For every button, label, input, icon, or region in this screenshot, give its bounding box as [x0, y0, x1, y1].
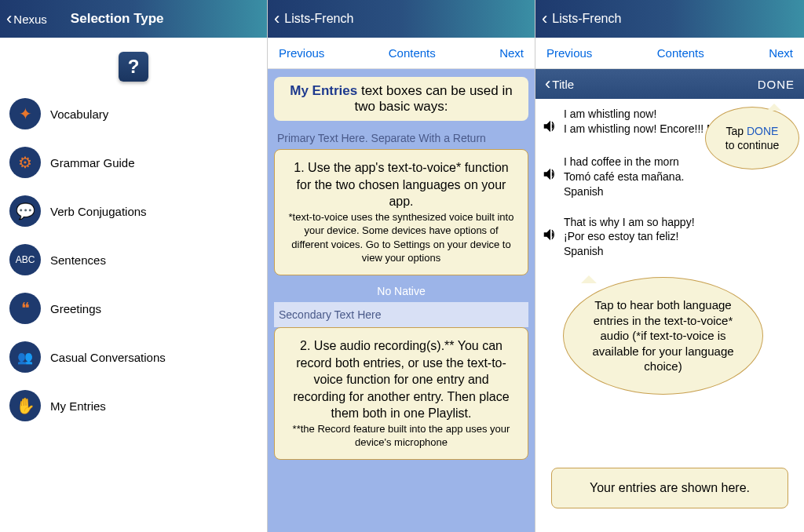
menu-label: Vocabulary [50, 107, 108, 121]
info-header-bold: My Entries [290, 83, 357, 98]
chevron-left-icon: ‹ [274, 10, 280, 27]
back-label: Lists-French [552, 12, 621, 26]
menu-label: My Entries [50, 399, 106, 413]
callout-text: Tap to hear both language entries in the… [583, 297, 744, 374]
people-icon: 👥 [9, 341, 41, 373]
chevron-left-icon: ‹ [545, 75, 550, 93]
info-header-text: text boxes can be used in two basic ways… [354, 83, 512, 114]
abc-icon: ABC [9, 244, 41, 275]
help-row: ? [0, 38, 267, 89]
card2-main: 2. Use audio recording(s).** You can rec… [286, 337, 517, 422]
entry-row: That is why I am so happy! ¡Por eso esto… [535, 207, 804, 268]
entry-line: Spanish [564, 244, 795, 259]
menu-label: Casual Conversations [50, 351, 166, 364]
header: ‹ Lists-French [268, 0, 535, 38]
quotes-icon: ❝ [9, 293, 41, 324]
entry-text: That is why I am so happy! ¡Por eso esto… [564, 215, 795, 260]
title-back-button[interactable]: ‹ Title [545, 75, 574, 93]
callout-done: Tap DONE to continue [705, 107, 799, 169]
speaker-icon[interactable] [542, 166, 564, 187]
speaker-icon[interactable] [542, 118, 564, 139]
nav-previous[interactable]: Previous [546, 46, 592, 60]
chevron-left-icon: ‹ [542, 10, 547, 27]
help-icon[interactable]: ? [119, 52, 148, 82]
info-card-1: 1. Use the app's text-to-voice* function… [274, 149, 528, 275]
title-label: Title [552, 78, 574, 91]
hand-icon: ✋ [9, 390, 41, 421]
back-label: Lists-French [284, 12, 353, 26]
callout-done-word: DONE [747, 125, 778, 137]
callout-hear: Tap to hear both language entries in the… [563, 277, 763, 395]
info-card-2: 2. Use audio recording(s).** You can rec… [274, 327, 528, 460]
back-button[interactable]: ‹ Lists-French [274, 10, 353, 27]
menu-label: Verb Conjugations [50, 205, 147, 218]
speaker-icon[interactable] [542, 226, 564, 247]
card1-main: 1. Use the app's text-to-voice* function… [286, 159, 517, 210]
menu-list: ✦ Vocabulary ⚙ Grammar Guide 💬 Verb Conj… [0, 89, 267, 430]
header: ‹ Nexus Selection Type [0, 0, 267, 38]
header: ‹ Lists-French [535, 0, 804, 38]
no-native-label: No Native [274, 280, 528, 302]
callout-text: to continue [725, 139, 780, 151]
back-button[interactable]: ‹ Lists-French [542, 10, 621, 27]
entry-line: Tomó café esta mañana. [564, 169, 795, 184]
nav-contents[interactable]: Contents [657, 46, 704, 60]
entry-line: Spanish [564, 184, 795, 199]
menu-item-sentences[interactable]: ABC Sentences [0, 235, 267, 284]
chat-icon: 💬 [9, 195, 41, 227]
menu-item-vocabulary[interactable]: ✦ Vocabulary [0, 89, 267, 138]
card2-small: **the Record feature built into the app … [286, 422, 517, 450]
nav-contents[interactable]: Contents [389, 46, 436, 60]
content-area: My Entries text boxes can be used in two… [268, 69, 535, 532]
back-label: Nexus [13, 13, 47, 26]
callout-text: Tap [726, 125, 747, 137]
nav-previous[interactable]: Previous [279, 46, 324, 60]
callout-text: Your entries are shown here. [590, 481, 750, 494]
secondary-placeholder: Secondary Text Here [274, 302, 528, 327]
menu-item-verbs[interactable]: 💬 Verb Conjugations [0, 187, 267, 235]
screen-selection-type: ‹ Nexus Selection Type ? ✦ Vocabulary ⚙ … [0, 0, 268, 532]
entry-line: That is why I am so happy! [564, 215, 795, 230]
primary-placeholder: Primary Text Here. Separate With a Retur… [274, 127, 528, 149]
menu-label: Sentences [50, 253, 106, 267]
subnav: Previous Contents Next [268, 38, 535, 69]
done-button[interactable]: DONE [758, 78, 795, 91]
entry-line: ¡Por eso estoy tan feliz! [564, 229, 795, 244]
page-title: Selection Type [71, 11, 164, 27]
menu-item-grammar[interactable]: ⚙ Grammar Guide [0, 138, 267, 187]
menu-item-my-entries[interactable]: ✋ My Entries [0, 381, 267, 430]
content-area: ‹ Title DONE I am whistling now! I am wh… [535, 69, 804, 532]
menu-label: Greetings [50, 302, 101, 315]
info-header: My Entries text boxes can be used in two… [274, 77, 528, 121]
callout-bottom: Your entries are shown here. [551, 468, 788, 508]
puzzle-icon: ✦ [9, 98, 41, 129]
screen-info: ‹ Lists-French Previous Contents Next My… [268, 0, 535, 532]
chevron-left-icon: ‹ [6, 10, 12, 27]
subnav: Previous Contents Next [535, 38, 804, 69]
menu-label: Grammar Guide [50, 156, 135, 169]
title-bar: ‹ Title DONE [535, 69, 804, 99]
screen-entries: ‹ Lists-French Previous Contents Next ‹ … [535, 0, 804, 532]
back-button[interactable]: ‹ Nexus [6, 10, 47, 27]
nav-next[interactable]: Next [769, 46, 793, 60]
menu-item-casual[interactable]: 👥 Casual Conversations [0, 333, 267, 381]
card1-small: *text-to-voice uses the synthesized voic… [286, 210, 517, 265]
menu-item-greetings[interactable]: ❝ Greetings [0, 284, 267, 333]
gears-icon: ⚙ [9, 147, 41, 178]
nav-next[interactable]: Next [499, 46, 524, 60]
